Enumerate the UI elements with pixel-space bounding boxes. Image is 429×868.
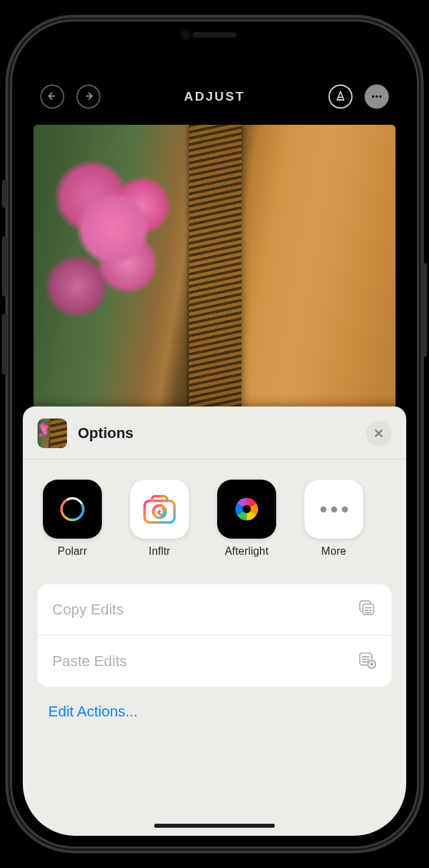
app-label: Afterlight	[225, 545, 268, 557]
svg-point-2	[379, 95, 382, 98]
power-button	[422, 263, 427, 357]
navbar: ADJUST	[23, 82, 406, 111]
close-button[interactable]	[366, 421, 391, 446]
app-infltr[interactable]: Infltr	[130, 480, 189, 557]
app-polarr[interactable]: Polarr	[43, 480, 102, 557]
notch	[145, 21, 284, 48]
copy-edits-icon	[357, 598, 377, 622]
screen: ADJUST Options	[23, 32, 406, 836]
more-apps-icon	[304, 480, 363, 539]
options-sheet: Options Polarr Infltr	[23, 406, 406, 836]
speaker-grille	[192, 32, 237, 38]
svg-point-16	[363, 661, 365, 663]
app-extensions-row: Polarr Infltr Afterlight	[23, 459, 406, 572]
markup-icon	[334, 90, 347, 103]
redo-icon	[82, 91, 95, 103]
copy-edits-label: Copy Edits	[52, 601, 123, 618]
edit-actions-link[interactable]: Edit Actions...	[48, 703, 381, 720]
page-title: ADJUST	[184, 89, 245, 104]
infltr-icon	[130, 480, 189, 539]
svg-point-11	[369, 610, 371, 611]
photo-content	[34, 125, 395, 413]
app-more[interactable]: More	[304, 480, 363, 557]
svg-point-1	[375, 95, 378, 98]
app-label: More	[321, 545, 346, 557]
edit-actions-card: Copy Edits Paste Edits	[38, 584, 391, 687]
undo-button[interactable]	[40, 85, 64, 109]
more-button[interactable]	[365, 85, 389, 109]
volume-down-button	[2, 314, 7, 374]
app-label: Polarr	[58, 545, 87, 557]
markup-button[interactable]	[328, 85, 353, 109]
svg-point-0	[372, 95, 375, 98]
app-afterlight[interactable]: Afterlight	[217, 480, 276, 557]
polarr-icon	[43, 480, 102, 539]
svg-point-7	[243, 505, 251, 513]
sheet-header: Options	[23, 406, 406, 459]
paste-edits-label: Paste Edits	[52, 653, 127, 670]
photo-preview[interactable]	[34, 125, 395, 413]
svg-point-12	[367, 612, 368, 613]
home-indicator[interactable]	[154, 824, 275, 828]
mute-switch	[2, 180, 7, 208]
svg-point-10	[367, 607, 369, 608]
redo-button[interactable]	[76, 85, 101, 109]
afterlight-icon	[217, 480, 276, 539]
iphone-frame: ADJUST Options	[12, 21, 417, 847]
volume-up-button	[2, 236, 7, 296]
ellipsis-icon	[369, 89, 384, 104]
front-camera	[180, 30, 191, 40]
svg-point-14	[365, 656, 366, 657]
sheet-title: Options	[78, 425, 355, 442]
undo-icon	[46, 91, 58, 103]
svg-point-15	[367, 659, 368, 660]
photo-thumbnail[interactable]	[38, 419, 67, 448]
paste-edits-row[interactable]: Paste Edits	[38, 635, 391, 687]
copy-edits-row[interactable]: Copy Edits	[38, 584, 391, 635]
paste-edits-icon	[357, 649, 377, 673]
app-label: Infltr	[149, 545, 170, 557]
close-icon	[373, 427, 385, 439]
